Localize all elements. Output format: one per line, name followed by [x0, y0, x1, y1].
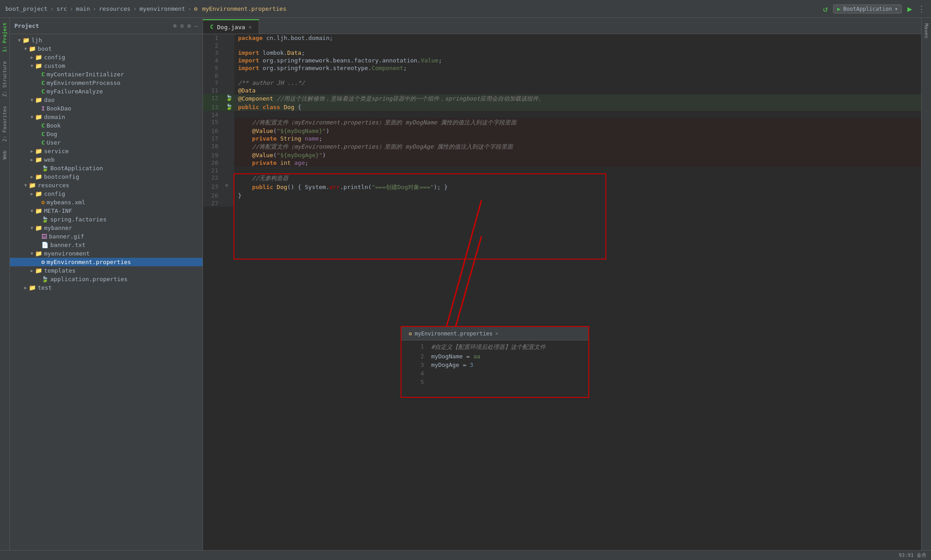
- breadcrumb-src[interactable]: src: [57, 5, 67, 12]
- breadcrumb-myenv[interactable]: myenvironment: [139, 5, 185, 12]
- line-num: 11: [203, 87, 225, 94]
- tree-item-user[interactable]: C User: [10, 138, 203, 147]
- back-icon[interactable]: ↺: [823, 4, 828, 13]
- tree-item-service[interactable]: ▶ 📁 service: [10, 147, 203, 155]
- settings-icon[interactable]: ⚙: [187, 22, 191, 29]
- tree-item-meta-inf[interactable]: ▼ 📁 META-INF: [10, 207, 203, 215]
- line-content: @Value("${myDogAge}"): [234, 151, 921, 159]
- breadcrumb-project[interactable]: boot_project: [5, 5, 48, 12]
- tree-item-templates[interactable]: ▶ 📁 templates: [10, 266, 203, 275]
- sidebar-tab-favorites[interactable]: 2: Favorites: [0, 101, 9, 146]
- sidebar-tab-web[interactable]: Web: [0, 146, 9, 164]
- tree-item-myfailureanalyze[interactable]: C myFailureAnalyze: [10, 87, 203, 96]
- tree-item-bookdao[interactable]: I BookDao: [10, 104, 203, 113]
- tree-item-domain[interactable]: ▼ 📁 domain: [10, 113, 203, 121]
- bottom-tab-label: myEnvironment.properties: [415, 331, 492, 337]
- line-gutter: [225, 135, 234, 142]
- tree-item-mybanner[interactable]: ▼ 📁 mybanner: [10, 224, 203, 232]
- prop-comment: #自定义【配置环境后处理器】这个配置文件: [431, 343, 546, 351]
- line-content: [234, 111, 921, 118]
- line-num: 23: [203, 183, 225, 192]
- tree-item-myenv-props[interactable]: ⚙ myEnvironment.properties: [10, 258, 203, 266]
- tree-item-spring-factories[interactable]: 🍃 spring.factories: [10, 215, 203, 224]
- tree-item-myenvironment[interactable]: ▼ 📁 myenvironment: [10, 249, 203, 258]
- status-right: 93:91 金舟: [899, 552, 927, 559]
- tree-item-mybeans[interactable]: ⚙ mybeans.xml: [10, 198, 203, 207]
- code-line-22: 22 //无参构造器: [203, 174, 921, 183]
- tree-label: config: [44, 54, 65, 61]
- xml-icon: ⚙: [41, 199, 45, 206]
- arrow-icon: ▶: [29, 157, 35, 162]
- line-num: 22: [203, 174, 225, 183]
- tree-label: myenvironment: [44, 250, 90, 257]
- tree-item-boot[interactable]: ▼ 📁 boot: [10, 44, 203, 53]
- prop-line-num: 4: [410, 370, 424, 377]
- line-num: 5: [203, 64, 225, 72]
- line-num: 2: [203, 42, 225, 49]
- tree-item-myenvironmentprocesso[interactable]: C myEnvironmentProcesso: [10, 79, 203, 87]
- tree-item-resources[interactable]: ▼ 📁 resources: [10, 181, 203, 190]
- more-icon[interactable]: ⋮: [918, 4, 926, 13]
- sidebar-tab-structure[interactable]: Z: Structure: [0, 57, 9, 101]
- code-line-4: 4 import org.springframework.beans.facto…: [203, 57, 921, 64]
- spring-icon: 🍃: [41, 216, 49, 223]
- tree-item-test[interactable]: ▶ 📁 test: [10, 283, 203, 292]
- line-gutter: [225, 167, 234, 174]
- line-gutter: [225, 72, 234, 79]
- run-config-selector[interactable]: ▶ BootApplication ▾: [833, 4, 902, 13]
- code-line-7: 7 /** author JH ...*/: [203, 79, 921, 87]
- tree-item-book[interactable]: C Book: [10, 121, 203, 130]
- locate-icon[interactable]: ⊕: [173, 22, 177, 29]
- bottom-tab-myenv[interactable]: ⚙ myEnvironment.properties ✕: [405, 329, 502, 339]
- line-content: [234, 42, 921, 49]
- tree-label: spring.factories: [50, 216, 106, 223]
- tree-label: myFailureAnalyze: [47, 88, 103, 95]
- tree-item-custom[interactable]: ▼ 📁 custom: [10, 62, 203, 70]
- svg-line-0: [441, 200, 481, 346]
- tree-item-application-props[interactable]: 🍃 application.properties: [10, 275, 203, 283]
- right-tab-maven[interactable]: Maven: [922, 18, 931, 44]
- line-num: 7: [203, 79, 225, 87]
- tree-item-bootapplication[interactable]: 🍃 BootApplication: [10, 164, 203, 172]
- breadcrumb-resources[interactable]: resources: [99, 5, 130, 12]
- sidebar-tab-project[interactable]: 1: Project: [0, 18, 9, 57]
- folder-icon: 📁: [29, 182, 36, 189]
- collapse-icon[interactable]: ≡: [181, 22, 184, 29]
- run-config-arrow[interactable]: ▾: [895, 6, 898, 12]
- tree-label: ljh: [31, 37, 42, 44]
- tree-item-banner-txt[interactable]: 📄 banner.txt: [10, 241, 203, 249]
- tree-item-web[interactable]: ▶ 📁 web: [10, 155, 203, 164]
- tab-close-button[interactable]: ✕: [249, 24, 252, 30]
- tree-label: boot: [38, 45, 52, 52]
- code-line-5: 5 import org.springframework.stereotype.…: [203, 64, 921, 72]
- tree-item-config[interactable]: ▶ 📁 config: [10, 53, 203, 62]
- line-num: 27: [203, 199, 225, 207]
- code-line-14: 14: [203, 111, 921, 118]
- breadcrumb-main[interactable]: main: [76, 5, 90, 12]
- tree-item-banner-gif[interactable]: 🖼 banner.gif: [10, 232, 203, 241]
- tree-label: templates: [44, 267, 75, 274]
- minimize-icon[interactable]: —: [194, 22, 198, 29]
- bottom-tab-close[interactable]: ✕: [495, 331, 499, 336]
- code-editor[interactable]: 1 package cn.ljh.boot.domain; 2 3: [203, 34, 921, 207]
- editor-wrapper: 1 package cn.ljh.boot.domain; 2 3: [203, 34, 921, 550]
- code-line-11: 11 @Data: [203, 87, 921, 94]
- tab-dog-java[interactable]: C Dog.java ✕: [203, 19, 259, 34]
- tree-item-mycontainerinitializer[interactable]: C myContainerInitializer: [10, 70, 203, 79]
- code-line-13: 13 🍃 public class Dog {: [203, 103, 921, 111]
- tree-label: banner.gif: [49, 233, 84, 240]
- tree-item-resources-config[interactable]: ▶ 📁 config: [10, 190, 203, 198]
- tree-item-ljh[interactable]: ▼ 📁 ljh: [10, 36, 203, 44]
- line-content: import lombok.Data;: [234, 49, 921, 57]
- run-button[interactable]: ▶: [907, 4, 912, 13]
- editor-tabs: C Dog.java ✕: [203, 18, 921, 34]
- code-line-17: 17 private String name;: [203, 135, 921, 142]
- tree-item-bootconfig[interactable]: ▶ 📁 bootconfig: [10, 172, 203, 181]
- tree-label: test: [38, 284, 52, 291]
- tree-item-dog[interactable]: C Dog: [10, 130, 203, 138]
- line-content: //无参构造器: [234, 174, 921, 183]
- tree-label: mybanner: [44, 225, 72, 231]
- line-content: public class Dog {: [234, 103, 921, 111]
- boot-app-icon: ▶: [837, 6, 840, 12]
- tree-item-dao[interactable]: ▼ 📁 dao: [10, 96, 203, 104]
